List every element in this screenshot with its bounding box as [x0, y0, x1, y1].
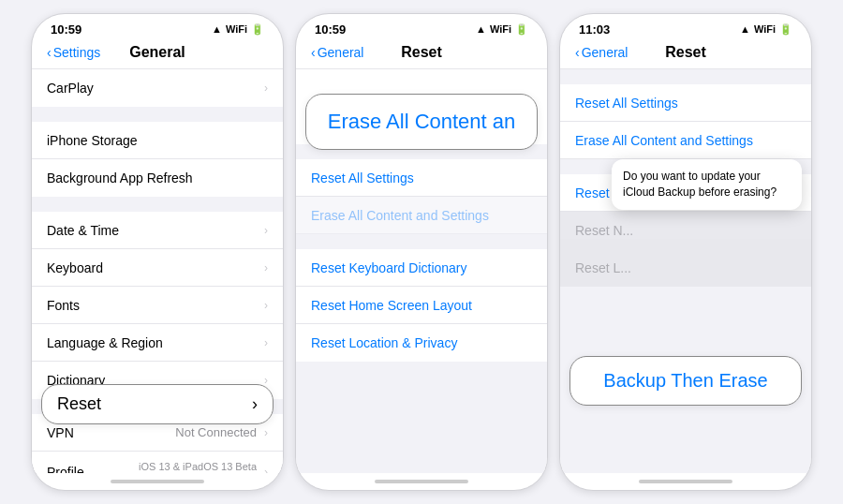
- row-reset-keyboard[interactable]: Reset Keyboard Dictionary: [296, 249, 547, 287]
- nav-bar-2: ‹ General Reset: [296, 40, 547, 69]
- row-profile[interactable]: Profile iOS 13 & iPadOS 13 Beta Software…: [32, 452, 283, 473]
- row-keyboard[interactable]: Keyboard ›: [32, 249, 283, 287]
- chevron-back-icon-3: ‹: [575, 45, 580, 60]
- date-time-label: Date & Time: [47, 223, 119, 238]
- home-bar-1: [111, 480, 204, 483]
- spacer-p2-2: [296, 234, 547, 249]
- battery-icon-3: 🔋: [779, 23, 792, 36]
- group-storage: iPhone Storage Background App Refresh: [32, 122, 283, 197]
- signal-icon-1: ▲: [212, 23, 222, 35]
- status-bar-3: 11:03 ▲ WiFi 🔋: [560, 14, 811, 40]
- profile-label: Profile: [47, 465, 84, 473]
- row-p3-erase-all[interactable]: Erase All Content and Settings: [560, 122, 811, 159]
- row-p3-reset-l-dimmed: Reset L...: [560, 249, 811, 287]
- group-carplay: CarPlay ›: [32, 69, 283, 107]
- chevron-icon: ›: [264, 426, 268, 439]
- home-indicator-2: [296, 473, 547, 490]
- nav-title-3: Reset: [665, 44, 706, 61]
- language-label: Language & Region: [47, 335, 163, 350]
- main-container: 10:59 ▲ WiFi 🔋 ‹ Settings General CarPla…: [0, 0, 843, 504]
- home-indicator-3: [560, 473, 811, 490]
- chevron-icon: ›: [264, 224, 268, 237]
- time-1: 10:59: [51, 22, 81, 37]
- backup-erase-button[interactable]: Backup Then Erase: [569, 356, 802, 406]
- nav-bar-1: ‹ Settings General: [32, 40, 283, 69]
- wifi-icon-1: WiFi: [226, 23, 247, 35]
- row-erase-all[interactable]: Erase All Content and Settings: [296, 197, 547, 234]
- back-button-3[interactable]: ‹ General: [575, 45, 628, 60]
- reset-label: Reset: [57, 394, 101, 414]
- status-bar-1: 10:59 ▲ WiFi 🔋: [32, 14, 283, 40]
- phone3: 11:03 ▲ WiFi 🔋 ‹ General Reset Reset All…: [559, 13, 812, 491]
- time-2: 10:59: [315, 22, 346, 37]
- reset-chevron-icon: ›: [252, 394, 258, 414]
- row-bg-refresh[interactable]: Background App Refresh: [32, 159, 283, 197]
- chevron-back-icon-2: ‹: [311, 45, 316, 60]
- row-carplay[interactable]: CarPlay ›: [32, 69, 283, 107]
- backup-dialog: Do you want to update your iCloud Backup…: [612, 159, 802, 210]
- phone1: 10:59 ▲ WiFi 🔋 ‹ Settings General CarPla…: [31, 13, 284, 491]
- spacer-p3-1: [560, 69, 811, 84]
- reset-highlight-button[interactable]: Reset ›: [41, 384, 274, 424]
- erase-highlight[interactable]: Erase All Content an: [305, 94, 538, 150]
- back-button-1[interactable]: ‹ Settings: [47, 45, 100, 60]
- row-reset-location[interactable]: Reset Location & Privacy: [296, 324, 547, 362]
- row-reset-all[interactable]: Reset All Settings: [296, 159, 547, 197]
- signal-icon-3: ▲: [740, 23, 750, 35]
- row-p3-reset-all[interactable]: Reset All Settings: [560, 84, 811, 122]
- status-icons-3: ▲ WiFi 🔋: [740, 23, 792, 36]
- bg-refresh-label: Background App Refresh: [47, 170, 193, 185]
- chevron-icon: ›: [264, 261, 268, 274]
- wifi-icon-2: WiFi: [490, 23, 511, 35]
- chevron-back-icon-1: ‹: [47, 45, 52, 60]
- chevron-icon: ›: [264, 82, 268, 95]
- settings-content-2: Reset All Settings Erase All Content and…: [296, 144, 547, 473]
- iphone-storage-label: iPhone Storage: [47, 133, 138, 148]
- group-datetime: Date & Time › Keyboard › Fonts › Languag…: [32, 212, 283, 399]
- dialog-text: Do you want to update your iCloud Backup…: [623, 170, 776, 199]
- vpn-label: VPN: [47, 425, 74, 440]
- row-p3-reset-n-dimmed: Reset N...: [560, 212, 811, 249]
- nav-title-1: General: [129, 44, 185, 61]
- vpn-value: Not Connected: [175, 425, 257, 439]
- settings-content-3: Reset All Settings Erase All Content and…: [560, 69, 811, 473]
- nav-bar-3: ‹ General Reset: [560, 40, 811, 69]
- row-date-time[interactable]: Date & Time ›: [32, 212, 283, 249]
- battery-icon-2: 🔋: [515, 23, 528, 36]
- fonts-label: Fonts: [47, 298, 80, 313]
- back-button-2[interactable]: ‹ General: [311, 45, 363, 60]
- phone2: 10:59 ▲ WiFi 🔋 ‹ General Reset Erase All…: [295, 13, 548, 491]
- home-bar-3: [639, 480, 732, 483]
- home-indicator-1: [32, 473, 283, 490]
- spacer-2: [32, 197, 283, 212]
- nav-title-2: Reset: [401, 44, 442, 61]
- chevron-icon: ›: [264, 299, 268, 312]
- chevron-icon: ›: [264, 466, 268, 473]
- wifi-icon-3: WiFi: [754, 23, 776, 35]
- home-bar-2: [375, 480, 468, 483]
- erase-text: Erase All Content an: [328, 110, 516, 134]
- backup-label: Backup Then Erase: [603, 370, 767, 392]
- row-iphone-storage[interactable]: iPhone Storage: [32, 122, 283, 159]
- row-reset-home[interactable]: Reset Home Screen Layout: [296, 287, 547, 324]
- status-icons-1: ▲ WiFi 🔋: [212, 23, 264, 36]
- chevron-icon: ›: [264, 336, 268, 349]
- status-icons-2: ▲ WiFi 🔋: [476, 23, 528, 36]
- carplay-label: CarPlay: [47, 81, 94, 96]
- spacer-1: [32, 107, 283, 122]
- battery-icon-1: 🔋: [251, 23, 264, 36]
- profile-value: iOS 13 & iPadOS 13 Beta Software Pr...: [137, 461, 257, 473]
- time-3: 11:03: [579, 22, 610, 37]
- status-bar-2: 10:59 ▲ WiFi 🔋: [296, 14, 547, 40]
- row-language[interactable]: Language & Region ›: [32, 324, 283, 362]
- row-fonts[interactable]: Fonts ›: [32, 287, 283, 324]
- signal-icon-2: ▲: [476, 23, 486, 35]
- chevron-icon: ›: [264, 374, 268, 387]
- keyboard-label: Keyboard: [47, 260, 103, 275]
